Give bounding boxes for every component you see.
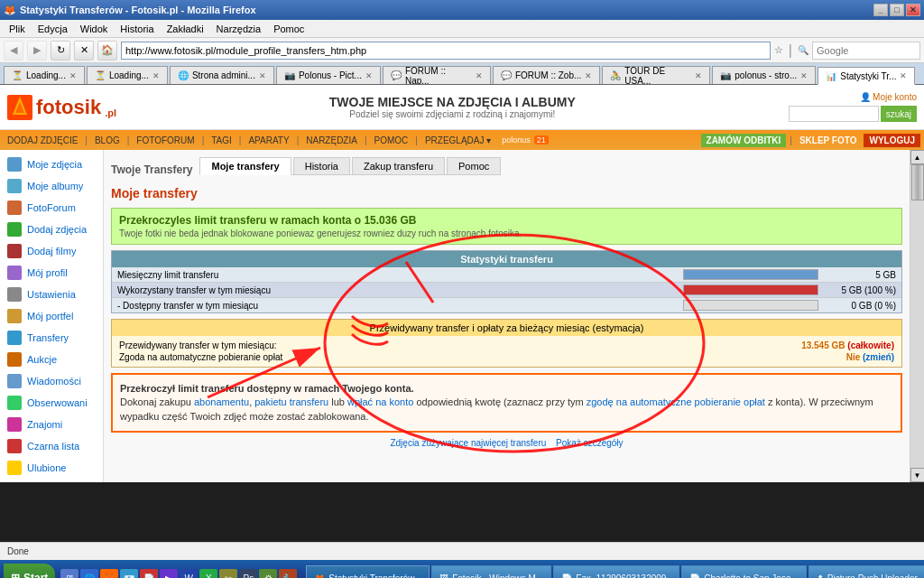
bottom-link-1[interactable]: Zdjęcia zużywające najwięcej transferu [390, 438, 546, 448]
taskbar-outlook[interactable]: 📧 [120, 569, 138, 578]
nav-aparaty[interactable]: APARATY [245, 134, 292, 147]
sidebar-link-albums[interactable]: Moje albumy [27, 181, 83, 191]
nav-dodaj-zdjecie[interactable]: DODAJ ZDJĘCIE [4, 134, 81, 147]
browser-tab-6[interactable]: 🚴 TOUR DE USA... ✕ [602, 66, 710, 84]
nav-sklep[interactable]: SKLEP FOTO [796, 134, 861, 147]
sidebar-item-albums[interactable]: Moje albumy [0, 175, 103, 197]
tab-close-3[interactable]: ✕ [365, 71, 373, 80]
moje-konto-link[interactable]: 👤 Moje konto [860, 92, 917, 102]
sidebar-link-observe[interactable]: Obserwowani [27, 397, 88, 408]
nav-fotoforum[interactable]: FOTOFORUM [133, 134, 198, 147]
taskbar-word[interactable]: W [180, 569, 198, 578]
sidebar-item-profile[interactable]: Mój profil [0, 262, 103, 284]
tab-close-0[interactable]: ✕ [69, 71, 77, 80]
tab-moje-transfery[interactable]: Moje transfery [199, 157, 291, 175]
menu-help[interactable]: Pomoc [268, 22, 310, 36]
scroll-track[interactable] [910, 164, 925, 468]
sidebar-link-messages[interactable]: Wiadomości [27, 376, 81, 387]
browser-tab-1[interactable]: ⏳ Loading... ✕ [87, 66, 168, 84]
menu-edit[interactable]: Edycja [32, 22, 73, 36]
menu-view[interactable]: Widok [75, 22, 114, 36]
sidebar-link-friends[interactable]: Znajomi [27, 419, 62, 430]
sidebar-item-add-photos[interactable]: Dodaj zdjęcia [0, 219, 103, 240]
sidebar-link-forum[interactable]: FotoForum [27, 202, 76, 213]
browser-tab-0[interactable]: ⏳ Loading... ✕ [4, 66, 85, 84]
sidebar-link-add-videos[interactable]: Dodaj filmy [27, 246, 76, 256]
sidebar-item-forum[interactable]: FotoForum [0, 197, 103, 219]
browser-tab-8[interactable]: 📊 Statystyki Tr... ✕ [818, 67, 915, 85]
sidebar-link-settings[interactable]: Ustawienia [27, 289, 76, 300]
sidebar-item-settings[interactable]: Ustawienia [0, 284, 103, 305]
taskbar-app-4[interactable]: ⬆ Picture Push Uploader [808, 565, 924, 578]
nav-zamow-odbitki[interactable]: ZAMÓW ODBITKI [701, 134, 787, 147]
taskbar-media[interactable]: ▶ [160, 569, 178, 578]
sidebar-link-favorites[interactable]: Ulubione [27, 462, 66, 473]
menu-history[interactable]: Historia [115, 22, 159, 36]
browser-tab-3[interactable]: 📷 Polonus - Pict... ✕ [276, 66, 381, 84]
site-search-button[interactable]: szukaj [881, 106, 917, 122]
home-button[interactable]: 🏠 [97, 41, 117, 61]
sidebar-item-blacklist[interactable]: Czarna lista [0, 435, 103, 457]
close-button[interactable]: ✕ [906, 4, 920, 16]
pakietu-link[interactable]: pakietu transferu [254, 396, 328, 407]
tab-close-6[interactable]: ✕ [695, 71, 702, 80]
menu-file[interactable]: Plik [4, 22, 31, 36]
browser-tab-7[interactable]: 📷 polonus - stro... ✕ [712, 66, 816, 84]
scroll-up-button[interactable]: ▲ [910, 150, 925, 164]
site-logo[interactable]: fotosik .pl [7, 95, 116, 120]
taskbar-ie[interactable]: 🌐 [80, 569, 98, 578]
nav-wyloguj[interactable]: WYLOGUJ [864, 134, 920, 147]
sidebar-item-transfers[interactable]: Transfery [0, 327, 103, 349]
sidebar-link-photos[interactable]: Moje zdjęcia [27, 159, 82, 170]
taskbar-app-3[interactable]: 📄 Charlotte to San Jose... [681, 565, 807, 578]
sidebar-item-auctions[interactable]: Aukcje [0, 349, 103, 370]
bottom-link-2[interactable]: Pokaż szczegóły [556, 438, 623, 448]
sidebar-link-auctions[interactable]: Aukcje [27, 354, 57, 365]
tab-close-7[interactable]: ✕ [800, 71, 808, 80]
predict-change-link[interactable]: (zmień) [863, 352, 894, 362]
sidebar-item-portfolio[interactable]: Mój portfel [0, 305, 103, 327]
minimize-button[interactable]: _ [873, 4, 888, 16]
sidebar-item-friends[interactable]: Znajomi [0, 414, 103, 435]
address-bar[interactable] [121, 42, 771, 60]
forward-button[interactable]: ▶ [27, 41, 47, 61]
search-input[interactable] [812, 42, 920, 60]
abonamentu-link[interactable]: abonamentu [194, 396, 249, 407]
sidebar-item-photos[interactable]: Moje zdjęcia [0, 154, 103, 175]
tab-historia[interactable]: Historia [293, 157, 350, 174]
menu-tools[interactable]: Narzędzia [211, 22, 267, 36]
nav-tagi[interactable]: TAGI [208, 134, 236, 147]
scroll-thumb[interactable] [911, 164, 924, 200]
back-button[interactable]: ◀ [4, 41, 23, 61]
browser-tab-5[interactable]: 💬 FORUM :: Zob... ✕ [493, 66, 600, 84]
notification-badge[interactable]: 21 [534, 135, 549, 144]
sidebar-link-transfers[interactable]: Transfery [27, 332, 69, 343]
taskbar-app-2[interactable]: 📄 Fax_11290603132009... [553, 565, 679, 578]
zgoda-link[interactable]: zgodę na automatyczne pobieranie opłat [587, 396, 765, 407]
scroll-down-button[interactable]: ▼ [910, 468, 925, 482]
menu-bookmarks[interactable]: Zakładki [162, 22, 209, 36]
tab-close-8[interactable]: ✕ [900, 71, 907, 80]
sidebar-item-observe[interactable]: Obserwowani [0, 392, 103, 414]
sidebar-link-portfolio[interactable]: Mój portfel [27, 311, 73, 322]
taskbar-unknown2[interactable]: 🔧 [279, 569, 297, 578]
reload-button[interactable]: ↻ [51, 41, 70, 61]
nav-pomoc[interactable]: POMOC [371, 134, 412, 147]
taskbar-acrobat[interactable]: 📄 [140, 569, 158, 578]
sidebar-item-favorites[interactable]: Ulubione [0, 457, 103, 479]
stop-button[interactable]: ✕ [74, 41, 94, 61]
taskbar-photoshop[interactable]: Ps [239, 569, 257, 578]
tab-zakup[interactable]: Zakup transferu [352, 157, 445, 174]
start-button[interactable]: ⊞ Start [4, 564, 55, 578]
tab-close-2[interactable]: ✕ [259, 71, 266, 80]
maximize-button[interactable]: □ [890, 4, 904, 16]
taskbar-app-1[interactable]: 🖼 Fotosik - Windows M... [431, 565, 551, 578]
wplac-link[interactable]: wpłać na konto [347, 396, 413, 407]
sidebar-link-profile[interactable]: Mój profil [27, 267, 68, 278]
bookmark-star[interactable]: ☆ [774, 44, 783, 56]
browser-tab-4[interactable]: 💬 FORUM :: Nap... ✕ [383, 66, 491, 84]
nav-blog[interactable]: BLOG [91, 134, 124, 147]
tab-close-5[interactable]: ✕ [585, 71, 592, 80]
taskbar-app-0[interactable]: 🦊 Statystyki Transferów... [306, 565, 430, 578]
taskbar-firefox[interactable]: 🦊 [100, 569, 118, 578]
